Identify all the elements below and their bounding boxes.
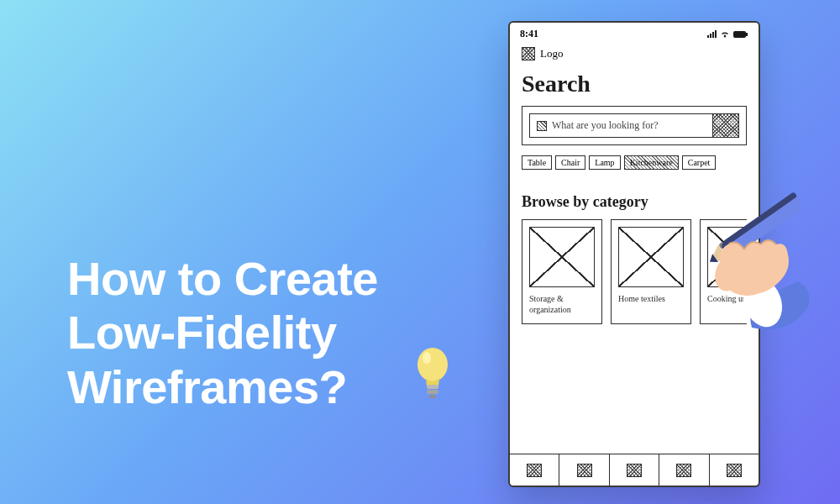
status-icons xyxy=(706,30,748,39)
category-label: Home textiles xyxy=(618,294,684,305)
battery-icon xyxy=(733,30,748,39)
category-card[interactable]: Home textiles xyxy=(611,219,691,324)
svg-point-0 xyxy=(417,348,448,381)
tab-bar xyxy=(510,454,759,486)
chip-lamp[interactable]: Lamp xyxy=(589,155,620,170)
cart-icon xyxy=(727,464,742,477)
category-label: Storage & organization xyxy=(529,294,595,315)
category-card[interactable]: Cooking utensils xyxy=(700,219,747,324)
image-placeholder-icon xyxy=(529,227,595,287)
chip-kitchenware[interactable]: Kitchenware xyxy=(624,155,679,170)
chip-table[interactable]: Table xyxy=(522,155,552,170)
status-bar: 8:41 xyxy=(510,23,759,42)
logo-text: Logo xyxy=(540,47,563,60)
status-time: 8:41 xyxy=(520,28,538,40)
svg-point-1 xyxy=(423,352,431,364)
search-icon xyxy=(577,464,592,477)
tab-search[interactable] xyxy=(559,454,609,486)
phone-wireframe: 8:41 Logo Search What are you looking fo… xyxy=(508,21,760,487)
hero-line-2: Low-Fidelity xyxy=(67,306,378,360)
home-icon xyxy=(527,464,542,477)
chip-row: Table Chair Lamp Kitchenware Carpet xyxy=(522,155,747,170)
image-placeholder-icon xyxy=(618,227,684,287)
svg-rect-3 xyxy=(427,390,438,394)
image-placeholder-icon xyxy=(707,227,747,287)
category-cards: Storage & organization Home textiles Coo… xyxy=(522,219,747,324)
search-icon xyxy=(537,121,547,131)
bookmark-icon xyxy=(676,464,691,477)
svg-rect-5 xyxy=(733,31,746,38)
chip-carpet[interactable]: Carpet xyxy=(682,155,717,170)
search-filter-button[interactable] xyxy=(712,113,739,138)
logo-icon xyxy=(522,47,535,60)
search-heading: Search xyxy=(522,71,747,97)
lightbulb-icon xyxy=(412,343,454,402)
tab-wishlist[interactable] xyxy=(659,454,709,486)
chip-chair[interactable]: Chair xyxy=(555,155,585,170)
svg-rect-4 xyxy=(429,395,436,398)
browse-heading: Browse by category xyxy=(522,193,747,211)
hero-headline: How to Create Low-Fidelity Wireframes? xyxy=(67,252,378,414)
hero-line-1: How to Create xyxy=(67,252,378,306)
user-icon xyxy=(627,464,642,477)
svg-rect-6 xyxy=(746,33,748,36)
tab-cart[interactable] xyxy=(710,454,759,486)
tab-home[interactable] xyxy=(510,454,559,486)
wifi-icon xyxy=(720,30,730,39)
svg-rect-2 xyxy=(427,385,438,389)
app-logo: Logo xyxy=(522,47,747,60)
search-placeholder: What are you looking for? xyxy=(552,119,659,132)
signal-icon xyxy=(706,30,717,39)
category-card[interactable]: Storage & organization xyxy=(522,219,602,324)
hero-line-3: Wireframes? xyxy=(67,360,378,414)
tab-profile[interactable] xyxy=(610,454,659,486)
search-input[interactable]: What are you looking for? xyxy=(529,113,739,138)
category-label: Cooking utensils xyxy=(707,294,747,305)
search-container: What are you looking for? xyxy=(522,106,747,145)
